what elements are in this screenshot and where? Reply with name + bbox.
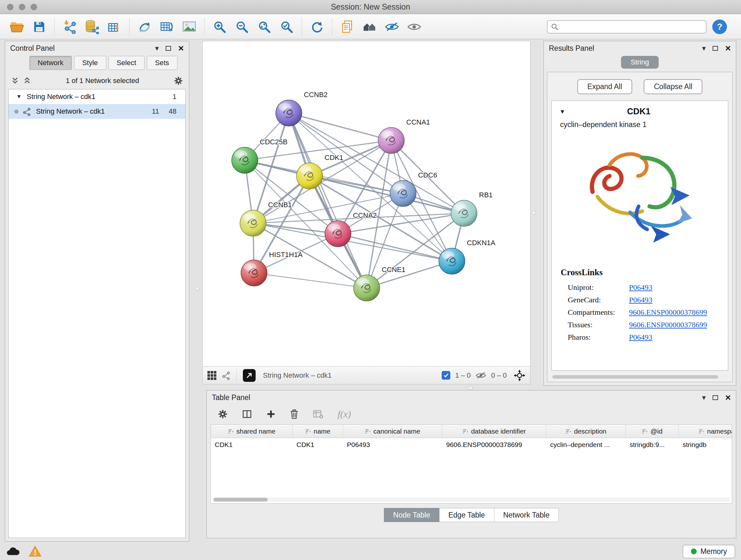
panel-menu-icon[interactable]: ▾ (702, 45, 706, 52)
new-network-icon[interactable] (136, 18, 153, 36)
show-columns-icon[interactable] (242, 409, 252, 419)
new-table-from-network-icon[interactable] (158, 18, 176, 36)
tab-string[interactable]: String (621, 56, 658, 69)
column-header[interactable]: namespace (679, 425, 732, 438)
warning-icon[interactable] (29, 546, 42, 557)
tab-node-table[interactable]: Node Table (384, 508, 440, 522)
panel-menu-icon[interactable]: ▾ (155, 45, 159, 52)
expand-all-button[interactable]: Expand All (577, 79, 632, 94)
network-node-rb1[interactable] (451, 200, 477, 226)
network-collection-row[interactable]: ▼ String Network – cdk1 1 (9, 89, 185, 104)
cloud-status-icon[interactable] (6, 546, 20, 557)
close-window-button[interactable] (7, 4, 13, 10)
network-node-cdkn1a[interactable] (439, 248, 465, 274)
float-panel-icon[interactable] (713, 46, 718, 51)
apply-layout-icon[interactable] (308, 18, 326, 36)
network-edge[interactable] (254, 273, 367, 288)
save-session-icon[interactable] (30, 18, 48, 36)
import-network-from-database-icon[interactable] (83, 18, 101, 36)
splitter-handle[interactable] (468, 386, 473, 390)
pan-crosshair-icon[interactable] (514, 369, 526, 381)
splitter-handle[interactable] (195, 287, 199, 291)
crosslink-value-link[interactable]: P06493 (629, 283, 652, 292)
network-edge[interactable] (289, 113, 367, 288)
splitter-handle[interactable] (532, 211, 536, 215)
network-edge[interactable] (367, 261, 452, 288)
network-overview-icon[interactable] (221, 371, 230, 380)
open-in-new-window-icon[interactable] (243, 369, 256, 382)
export-image-icon[interactable] (180, 18, 198, 36)
collapse-all-icon[interactable] (11, 77, 19, 85)
network-node-ccne1[interactable] (354, 275, 380, 301)
memory-button[interactable]: Memory (683, 545, 735, 558)
add-column-icon[interactable] (266, 409, 276, 419)
network-node-ccna1[interactable] (378, 127, 404, 153)
tab-sets[interactable]: Sets (147, 56, 178, 70)
collapse-section-icon[interactable]: ▼ (559, 108, 565, 115)
selected-checkbox-icon[interactable] (442, 371, 450, 380)
zoom-window-button[interactable] (30, 4, 37, 10)
close-panel-icon[interactable]: × (725, 44, 731, 53)
minimize-window-button[interactable] (19, 4, 25, 10)
column-header[interactable]: shared name (211, 425, 293, 438)
column-header[interactable]: name (293, 425, 343, 438)
tab-network[interactable]: Network (29, 56, 72, 70)
annotation-copy-icon[interactable] (338, 18, 356, 36)
network-options-gear-icon[interactable] (174, 76, 183, 85)
open-session-icon[interactable] (8, 18, 26, 36)
tab-style[interactable]: Style (74, 56, 106, 70)
column-header[interactable]: canonical name (343, 425, 442, 438)
network-node-cdk1[interactable] (296, 163, 323, 189)
import-network-icon[interactable] (61, 18, 78, 36)
tab-edge-table[interactable]: Edge Table (440, 508, 494, 522)
crosslink-value-link[interactable]: P06493 (629, 296, 652, 304)
show-all-eye-icon[interactable] (405, 18, 423, 36)
table-horizontal-scrollbar[interactable] (212, 497, 731, 502)
close-panel-icon[interactable]: × (178, 44, 184, 53)
tab-select[interactable]: Select (109, 56, 145, 70)
table-header-row: shared namenamecanonical namedatabase id… (211, 425, 732, 438)
network-edge[interactable] (289, 113, 464, 213)
zoom-selected-icon[interactable] (278, 18, 295, 36)
hide-selected-eye-icon[interactable] (383, 18, 401, 36)
float-panel-icon[interactable] (165, 46, 171, 51)
table-options-gear-icon[interactable] (218, 409, 228, 419)
network-node-ccnb2[interactable] (276, 100, 302, 126)
home-icon[interactable] (360, 18, 379, 36)
zoom-out-icon[interactable] (233, 18, 251, 36)
search-box[interactable] (547, 20, 706, 34)
crosslink-value-link[interactable]: 9606.ENSP00000378699 (629, 320, 707, 329)
search-input[interactable] (561, 23, 703, 31)
network-node-cdc25b[interactable] (232, 147, 258, 173)
panel-menu-icon[interactable]: ▾ (702, 394, 706, 401)
crosslink-value-link[interactable]: 9606.ENSP00000378699 (629, 308, 707, 317)
table-row[interactable]: CDK1CDK1P064939606.ENSP00000378699cyclin… (211, 438, 732, 451)
column-header[interactable]: description (546, 425, 626, 438)
tree-expanded-icon[interactable]: ▼ (16, 94, 22, 100)
network-edge[interactable] (253, 140, 391, 223)
hidden-eye-icon[interactable] (475, 372, 486, 379)
float-panel-icon[interactable] (713, 395, 718, 400)
column-header[interactable]: database identifier (442, 425, 546, 438)
tab-network-table[interactable]: Network Table (494, 508, 559, 522)
network-node-hist1h1a[interactable] (241, 260, 267, 286)
help-button[interactable]: ? (712, 19, 727, 34)
table-cell: cyclin–dependent ... (546, 438, 626, 451)
collapse-all-button[interactable]: Collapse All (644, 79, 702, 94)
zoom-in-icon[interactable] (211, 18, 228, 36)
results-horizontal-scrollbar[interactable] (552, 375, 728, 379)
column-header[interactable]: @id (626, 425, 679, 438)
network-node-ccnb1[interactable] (240, 210, 266, 236)
crosslink-value-link[interactable]: P06493 (629, 333, 652, 341)
network-node-cdc6[interactable] (390, 180, 416, 206)
network-canvas[interactable]: CCNB2CCNA1CDC25BCDK1CDC6RB1CCNB1CCNA2CDK… (202, 41, 530, 367)
network-node-ccna2[interactable] (325, 221, 351, 247)
network-row[interactable]: String Network – cdk1 11 48 (9, 104, 185, 119)
birdseye-grid-icon[interactable] (207, 371, 217, 380)
import-table-icon[interactable] (105, 18, 123, 36)
delete-column-icon[interactable] (290, 409, 299, 419)
control-panel-title: Control Panel (10, 44, 55, 53)
expand-all-icon[interactable] (23, 77, 31, 85)
close-panel-icon[interactable]: × (725, 393, 731, 402)
zoom-fit-icon[interactable] (255, 18, 273, 36)
